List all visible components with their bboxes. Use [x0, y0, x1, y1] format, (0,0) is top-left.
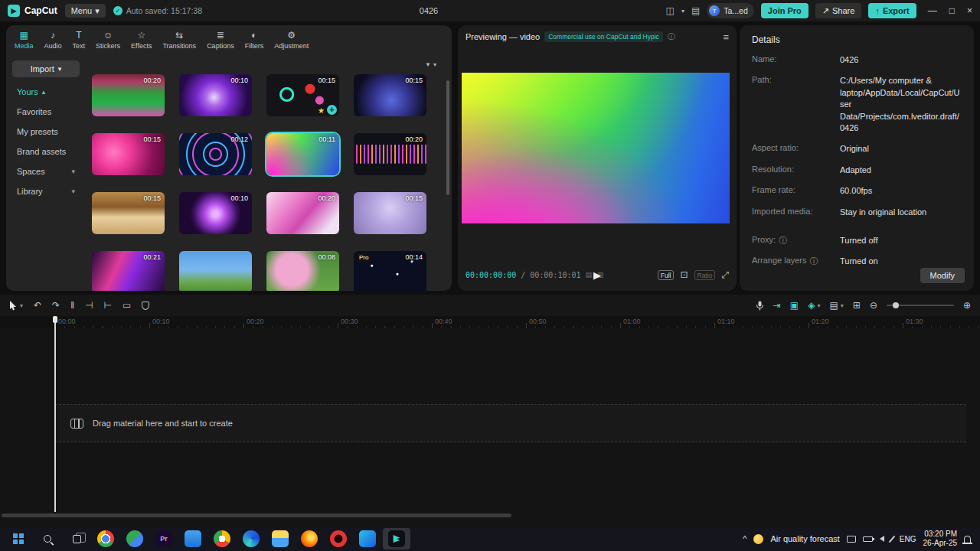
video-canvas[interactable]	[462, 73, 730, 223]
info-icon[interactable]: ⓘ	[810, 256, 818, 267]
timeline-horizontal-scrollbar[interactable]	[2, 514, 511, 517]
media-thumbnail[interactable]: 00:20	[92, 74, 165, 116]
shortcuts-icon[interactable]: ▤	[691, 5, 700, 16]
frame-view-icon[interactable]: ▤	[586, 271, 593, 279]
split-button[interactable]: ‖	[70, 300, 74, 311]
user-account-chip[interactable]: T Ta...ed	[707, 3, 754, 18]
taskbar-app-firefox[interactable]	[296, 528, 323, 549]
weather-widget[interactable]: Air quality forecast	[770, 534, 839, 543]
tab-filters[interactable]: ◐ Filters	[240, 31, 270, 50]
media-thumbnail[interactable]: 00:20	[266, 192, 339, 234]
voiceover-mic-button[interactable]	[756, 301, 764, 311]
timeline-zoom-slider[interactable]	[887, 305, 954, 306]
media-thumbnail[interactable]: 00:10	[179, 192, 252, 234]
track-options[interactable]: ▤ ▾	[829, 300, 843, 311]
taskbar-app-maps[interactable]	[121, 528, 149, 549]
timeline-ruler[interactable]: 00:00 00:10 00:20 00:30 00:40 00:50 01:0…	[0, 316, 980, 328]
fullscreen-icon[interactable]: ⤢	[721, 269, 729, 280]
pen-icon[interactable]	[889, 535, 896, 543]
sidebar-item-spaces[interactable]: Spaces ▾	[12, 161, 80, 181]
zoom-in-button[interactable]: ⊕	[963, 300, 971, 311]
timeline-drop-zone[interactable]: Drag material here and start to create	[55, 404, 966, 442]
media-thumbnail[interactable]: 00:20	[354, 133, 426, 175]
share-button[interactable]: ↗ Share	[815, 3, 862, 18]
crop-icon[interactable]: ⊡	[680, 269, 688, 280]
export-button[interactable]: ↑ Export	[868, 3, 916, 18]
display-icon[interactable]	[847, 536, 856, 543]
sidebar-item-library[interactable]: Library ▾	[12, 181, 80, 201]
minimize-button[interactable]: —	[928, 5, 937, 16]
taskbar-app-chrome[interactable]	[92, 528, 119, 549]
full-quality-button[interactable]: Full	[658, 270, 675, 280]
tab-adjustment[interactable]: ⚙ Adjustment	[269, 31, 314, 50]
keyframe-toggle[interactable]: ◈ ▾	[808, 300, 820, 311]
tab-audio[interactable]: ♪ Audio	[39, 31, 67, 50]
zoom-slider-knob[interactable]	[893, 302, 899, 308]
add-to-timeline-button[interactable]: +	[327, 105, 337, 115]
info-icon[interactable]: ⓘ	[668, 31, 675, 42]
taskbar-app-chrome-profile[interactable]	[208, 528, 236, 549]
tab-media[interactable]: ▦ Media	[9, 31, 39, 50]
media-thumbnail[interactable]: 00:10	[179, 74, 252, 116]
tab-stickers[interactable]: ☺ Stickers	[90, 31, 126, 50]
start-button[interactable]	[5, 528, 32, 549]
taskbar-search-button[interactable]	[34, 528, 61, 549]
taskbar-app-capcut[interactable]	[383, 528, 410, 549]
media-thumbnail[interactable]: 00:21	[92, 251, 165, 291]
playhead[interactable]	[54, 316, 56, 512]
media-thumbnail[interactable]	[179, 251, 252, 291]
chevron-down-icon[interactable]: ▾	[681, 8, 684, 15]
media-thumbnail[interactable]: 00:15	[354, 74, 426, 116]
modify-button[interactable]: Modify	[920, 268, 965, 283]
select-tool[interactable]: ▾	[9, 301, 23, 311]
media-thumbnail[interactable]: 00:15 ★ +	[266, 74, 339, 116]
undo-button[interactable]: ↶	[34, 300, 41, 311]
tab-effects[interactable]: ☆ Effects	[126, 31, 157, 50]
sidebar-item-yours[interactable]: Yours ▴	[12, 82, 80, 102]
grid-scrollbar[interactable]	[446, 80, 449, 195]
layout-panels-icon[interactable]: ◫	[666, 5, 675, 16]
media-thumbnail[interactable]: 00:15	[92, 133, 165, 175]
zoom-out-button[interactable]: ⊖	[870, 300, 877, 311]
tab-captions[interactable]: ≣ Captions	[201, 31, 240, 50]
import-button[interactable]: Import ▾	[12, 60, 80, 77]
favorite-star-icon[interactable]: ★	[318, 106, 325, 115]
grid-filter-control[interactable]: ▼ ▾	[92, 54, 441, 74]
media-thumbnail[interactable]: 00:12	[179, 133, 252, 175]
linkage-toggle[interactable]: ▣	[790, 300, 799, 311]
close-button[interactable]: ×	[967, 5, 972, 16]
info-icon[interactable]: ⓘ	[779, 235, 787, 246]
taskbar-app-premiere[interactable]: Pr	[150, 528, 178, 549]
tab-text[interactable]: T Text	[67, 31, 91, 50]
sidebar-item-favorites[interactable]: Favorites	[12, 102, 80, 122]
media-thumbnail-selected[interactable]: 00:11	[266, 133, 339, 175]
taskbar-app-video[interactable]	[354, 528, 381, 549]
magnetic-timeline-toggle[interactable]: ⇥	[773, 300, 781, 311]
notifications-icon[interactable]	[964, 536, 971, 543]
tab-transitions[interactable]: ⇆ Transitions	[157, 31, 201, 50]
delete-button[interactable]: ▭	[122, 300, 131, 311]
taskbar-app-file-explorer[interactable]	[266, 528, 294, 549]
task-view-button[interactable]	[63, 528, 90, 549]
media-thumbnail[interactable]: 00:08	[266, 251, 339, 291]
preview-axis-toggle[interactable]: ⊞	[853, 300, 861, 311]
ratio-button[interactable]: Ratio	[694, 270, 716, 280]
taskbar-app-edge[interactable]	[237, 528, 265, 549]
media-thumbnail[interactable]: 00:15	[92, 192, 165, 234]
taskbar-app-opera[interactable]	[325, 528, 352, 549]
taskbar-app-mail[interactable]	[179, 528, 207, 549]
menu-button[interactable]: Menu ▾	[65, 4, 106, 18]
volume-icon[interactable]	[880, 536, 884, 542]
media-thumbnail[interactable]: 00:15	[354, 192, 426, 234]
preview-menu-icon[interactable]: ≡	[723, 31, 729, 43]
sidebar-item-brand-assets[interactable]: Brand assets	[12, 142, 80, 161]
play-button[interactable]: ▶	[593, 269, 601, 281]
battery-icon[interactable]	[863, 536, 873, 542]
mask-button[interactable]	[142, 302, 149, 310]
redo-button[interactable]: ↷	[52, 300, 60, 311]
language-indicator[interactable]: ENG	[900, 535, 916, 543]
maximize-button[interactable]: □	[949, 5, 955, 16]
media-thumbnail[interactable]: Pro 00:14	[354, 251, 426, 291]
weather-icon[interactable]	[753, 534, 763, 544]
hidden-icons-chevron[interactable]: ^	[743, 534, 746, 543]
